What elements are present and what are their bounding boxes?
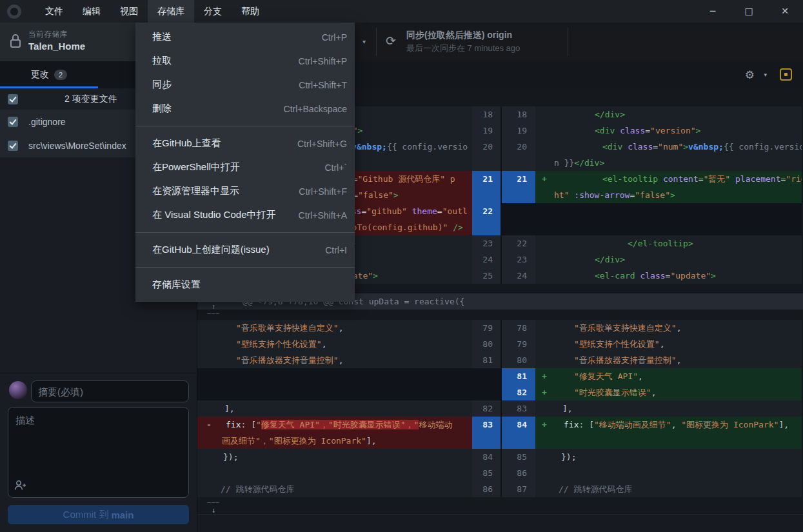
old-line-number[interactable]: 85 bbox=[472, 465, 502, 481]
code-line: }); bbox=[223, 449, 238, 465]
add-coauthor-icon[interactable] bbox=[14, 480, 27, 491]
menubar-item-1[interactable]: 文件 bbox=[35, 0, 73, 23]
menubar-item-5[interactable]: 分支 bbox=[194, 0, 232, 23]
new-line-number[interactable]: 24 bbox=[502, 268, 535, 284]
new-line-number[interactable]: 22 bbox=[502, 235, 535, 251]
menubar-item-3[interactable]: 视图 bbox=[110, 0, 148, 23]
new-line-number[interactable]: 20 bbox=[502, 139, 535, 155]
menu-item[interactable]: 同步Ctrl+Shift+T bbox=[135, 73, 355, 97]
menu-item-label: 在资源管理器中显示 bbox=[152, 185, 239, 197]
new-line-number[interactable]: 78 bbox=[502, 320, 535, 336]
diff-row: "壁纸支持个性化设置",8079"壁纸支持个性化设置", bbox=[197, 336, 803, 352]
old-line-number[interactable] bbox=[472, 187, 502, 203]
minimize-button[interactable]: ─ bbox=[695, 0, 731, 23]
old-line-number[interactable]: 25 bbox=[472, 268, 502, 284]
menu-item[interactable]: 删除Ctrl+Backspace bbox=[135, 97, 355, 121]
code-line: "音乐播放器支持音量控制", bbox=[574, 352, 681, 368]
new-line-number[interactable] bbox=[502, 433, 535, 449]
expand-hunk-up-button[interactable]: ↑┈┈┈ bbox=[206, 303, 221, 318]
old-line-number[interactable]: 18 bbox=[472, 106, 502, 123]
menu-item-label: 推送 bbox=[152, 31, 172, 43]
new-line-number[interactable]: 81 bbox=[502, 368, 535, 384]
commit-branch-name: main bbox=[111, 509, 134, 520]
old-line-number[interactable]: 83 bbox=[472, 417, 502, 433]
old-line-number[interactable]: 24 bbox=[472, 251, 502, 268]
old-line-number[interactable]: 86 bbox=[472, 481, 502, 497]
new-line-number[interactable] bbox=[502, 219, 535, 235]
close-button[interactable]: ✕ bbox=[767, 0, 803, 23]
expand-hunk-down-button[interactable]: ┈┈┈↓ bbox=[206, 499, 221, 514]
diff-hunk-2: "音乐歌单支持快速自定义",7978"音乐歌单支持快速自定义","壁纸支持个性化… bbox=[197, 320, 803, 497]
new-line-number[interactable] bbox=[502, 155, 535, 171]
diff-end-strip bbox=[197, 514, 803, 532]
menu-item[interactable]: 在 Visual Studio Code中打开Ctrl+Shift+A bbox=[135, 203, 355, 227]
new-line-number[interactable]: 86 bbox=[502, 465, 535, 481]
select-all-checkbox[interactable] bbox=[8, 94, 18, 104]
file-checkbox[interactable] bbox=[8, 141, 18, 151]
new-line-number[interactable]: 23 bbox=[502, 251, 535, 268]
title-bar: 文件编辑视图存储库分支帮助 ─ □ ✕ bbox=[0, 0, 803, 23]
menu-item[interactable]: 拉取Ctrl+Shift+P bbox=[135, 49, 355, 73]
new-line-number[interactable] bbox=[502, 187, 535, 203]
new-line-number[interactable]: 87 bbox=[502, 481, 535, 497]
new-line-number[interactable]: 85 bbox=[502, 449, 535, 465]
commit-button[interactable]: Commit 到 main bbox=[8, 505, 189, 524]
commit-panel: 描述 Commit 到 main bbox=[0, 373, 197, 532]
new-line-number[interactable]: 80 bbox=[502, 352, 535, 368]
gear-icon[interactable]: ⚙ bbox=[745, 68, 755, 81]
tab-changes[interactable]: 更改 2 bbox=[0, 61, 98, 88]
new-line-number[interactable]: 84 bbox=[502, 417, 535, 433]
commit-summary-input[interactable] bbox=[31, 380, 189, 402]
old-line-number[interactable]: 82 bbox=[472, 400, 502, 417]
code-line: fix: ["修复天气 API"，"时光胶囊显示错误"，"移动端动 bbox=[226, 417, 452, 433]
old-line-number[interactable] bbox=[472, 368, 502, 384]
menu-item[interactable]: 在GitHub上查看Ctrl+Shift+G bbox=[135, 132, 355, 155]
sync-subtitle: 最后一次同步在 7 minutes ago bbox=[406, 43, 520, 54]
file-checkbox[interactable] bbox=[8, 117, 18, 127]
sync-icon: ⟳ bbox=[386, 34, 396, 48]
menu-item-label: 删除 bbox=[152, 103, 172, 115]
menu-item[interactable]: 推送Ctrl+P bbox=[135, 25, 355, 49]
menu-item-shortcut: Ctrl+` bbox=[324, 163, 347, 173]
new-line-number[interactable]: 82 bbox=[502, 384, 535, 400]
menu-item-shortcut: Ctrl+Shift+P bbox=[299, 56, 347, 66]
menu-item[interactable]: 在GitHub上创建问题(issue)Ctrl+I bbox=[135, 238, 355, 262]
menu-item-label: 拉取 bbox=[152, 55, 172, 67]
diff-display-toggle-icon[interactable] bbox=[780, 68, 792, 81]
new-line-number[interactable]: 19 bbox=[502, 123, 535, 139]
new-line-number[interactable]: 21 bbox=[502, 171, 535, 187]
new-line-number[interactable]: 83 bbox=[502, 400, 535, 417]
old-line-number[interactable]: 21 bbox=[472, 171, 502, 187]
old-line-number[interactable]: 19 bbox=[472, 123, 502, 139]
menu-item[interactable]: 存储库设置 bbox=[135, 273, 355, 297]
old-line-number[interactable] bbox=[472, 384, 502, 400]
menubar-item-2[interactable]: 编辑 bbox=[73, 0, 110, 23]
new-line-number[interactable]: 79 bbox=[502, 336, 535, 352]
menubar-item-4[interactable]: 存储库 bbox=[148, 0, 194, 23]
menu-item[interactable]: 在PowerShell中打开Ctrl+` bbox=[135, 155, 355, 179]
new-line-number[interactable]: 18 bbox=[502, 106, 535, 123]
old-line-number[interactable]: 80 bbox=[472, 336, 502, 352]
maximize-button[interactable]: □ bbox=[731, 0, 767, 23]
new-line-number[interactable] bbox=[502, 203, 535, 219]
old-line-number[interactable]: 81 bbox=[472, 352, 502, 368]
old-line-number[interactable]: 23 bbox=[472, 235, 502, 251]
old-line-number[interactable]: 22 bbox=[472, 203, 502, 219]
old-line-number[interactable]: 84 bbox=[472, 449, 502, 465]
old-line-number[interactable] bbox=[472, 219, 502, 235]
added-line-marker: + bbox=[542, 417, 547, 433]
menubar-item-6[interactable]: 帮助 bbox=[232, 0, 269, 23]
menu-item-label: 在 Visual Studio Code中打开 bbox=[152, 209, 275, 221]
old-line-number[interactable] bbox=[472, 433, 502, 449]
chevron-down-icon[interactable]: ▾ bbox=[764, 72, 767, 78]
menu-separator bbox=[135, 232, 355, 233]
menu-item-shortcut: Ctrl+P bbox=[322, 32, 347, 43]
old-line-number[interactable]: 20 bbox=[472, 139, 502, 155]
diff-row: 82+"时光胶囊显示错误", bbox=[197, 384, 803, 400]
commit-description-textarea[interactable] bbox=[8, 407, 189, 498]
code-line: "音乐歌单支持快速自定义", bbox=[574, 320, 681, 336]
sync-button[interactable]: ⟳ 同步(拉取然后推送) origin 最后一次同步在 7 minutes ag… bbox=[377, 23, 568, 61]
menu-item[interactable]: 在资源管理器中显示Ctrl+Shift+F bbox=[135, 179, 355, 203]
old-line-number[interactable] bbox=[472, 155, 502, 171]
old-line-number[interactable]: 79 bbox=[472, 320, 502, 336]
